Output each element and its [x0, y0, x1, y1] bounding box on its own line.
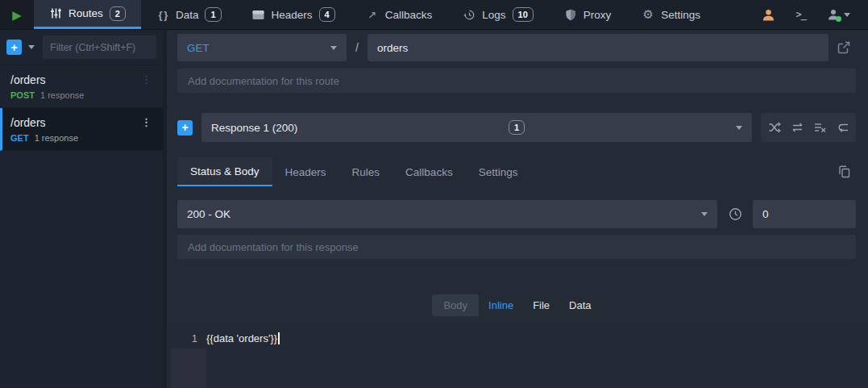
chevron-down-icon — [701, 212, 708, 216]
braces-icon: { } — [156, 8, 169, 21]
route-menu-icon[interactable]: ⋮ — [138, 116, 155, 128]
response-tabs: Status & Body Headers Rules Callbacks Se… — [177, 157, 856, 186]
top-nav: Routes 2 { } Data 1 Headers 4 ↗ Callback… — [34, 0, 716, 29]
avatar-icon — [762, 8, 775, 22]
clock-icon — [729, 207, 742, 221]
editor-code: {{data 'orders'}} — [206, 332, 277, 344]
status-code-select[interactable]: 200 - OK — [177, 200, 717, 228]
plus-icon: + — [181, 122, 188, 133]
add-route-menu-caret[interactable] — [28, 45, 35, 49]
tab-proxy[interactable]: Proxy — [549, 0, 627, 29]
add-response-button[interactable]: + — [177, 120, 193, 136]
copy-response-button[interactable] — [832, 157, 856, 186]
tab-data-label: Data — [176, 9, 199, 21]
route-documentation-input[interactable] — [177, 69, 856, 93]
tab-callbacks[interactable]: ↗ Callbacks — [351, 0, 448, 29]
tab-response-callbacks-label: Callbacks — [405, 166, 453, 178]
sidebar-header: + — [0, 30, 163, 65]
path-separator: / — [355, 41, 359, 54]
response-select-value: Response 1 (200) — [211, 122, 297, 134]
route-meta: 1 response — [35, 133, 78, 143]
tab-response-headers-label: Headers — [285, 166, 326, 178]
sequential-response-button[interactable] — [786, 115, 808, 140]
tab-response-settings[interactable]: Settings — [466, 157, 531, 186]
random-response-button[interactable] — [763, 115, 786, 140]
play-icon: ▶ — [12, 9, 22, 21]
route-path: /orders — [10, 116, 138, 129]
tab-settings-label: Settings — [661, 9, 700, 21]
status-code-value: 200 - OK — [187, 208, 230, 220]
plus-icon: + — [10, 42, 17, 53]
routes-filter-input[interactable] — [43, 35, 156, 59]
response-mode-toolbar — [761, 113, 856, 142]
body-mode-file[interactable]: File — [523, 294, 559, 316]
chevron-down-icon — [330, 46, 337, 50]
response-count-badge: 1 — [509, 120, 525, 135]
route-meta: 1 response — [40, 90, 84, 100]
body-mode-label: Body — [432, 294, 479, 316]
chevron-down-icon — [736, 126, 742, 130]
tab-response-callbacks[interactable]: Callbacks — [392, 157, 466, 186]
method-select[interactable]: GET — [177, 34, 347, 61]
tab-data[interactable]: { } Data 1 — [141, 0, 237, 29]
route-path: /orders — [10, 73, 138, 86]
response-select[interactable]: Response 1 (200) 1 — [201, 113, 752, 142]
tab-status-body-label: Status & Body — [190, 165, 260, 177]
routes-sliders-icon — [49, 7, 62, 20]
body-mode-inline[interactable]: Inline — [479, 294, 523, 316]
tab-routes[interactable]: Routes 2 — [34, 0, 141, 29]
repeat-icon — [791, 122, 804, 133]
route-item-orders-post[interactable]: /orders ⋮ POST 1 response — [0, 65, 163, 108]
tab-proxy-label: Proxy — [584, 9, 612, 21]
account-menu-button[interactable] — [827, 8, 850, 21]
list-x-icon — [814, 122, 826, 133]
line-number: 1 — [167, 332, 206, 344]
method-select-value: GET — [187, 42, 210, 54]
online-status-dot — [836, 16, 841, 22]
top-bar: ▶ Routes 2 { } Data 1 Headers 4 — [0, 0, 868, 30]
route-menu-icon[interactable]: ⋮ — [138, 73, 155, 86]
route-editor-panel: GET / + Response — [167, 30, 868, 388]
tab-callbacks-label: Callbacks — [385, 9, 433, 21]
routes-count-badge: 2 — [110, 6, 126, 21]
gear-icon: ⚙ — [642, 8, 654, 21]
tab-headers-label: Headers — [272, 9, 313, 21]
routes-sidebar: + /orders ⋮ POST 1 response /orders ⋮ — [0, 30, 163, 388]
command-palette-button[interactable]: >_ — [796, 9, 806, 20]
add-route-button[interactable]: + — [6, 40, 22, 55]
disable-rules-button[interactable] — [808, 115, 831, 140]
fallback-mode-button[interactable] — [831, 115, 853, 140]
data-count-badge: 1 — [205, 7, 221, 22]
body-mode-toggle: Body Inline File Data — [432, 294, 600, 316]
top-bar-right: >_ — [762, 0, 868, 29]
editor-line-1[interactable]: 1 {{data 'orders'}} — [167, 328, 868, 348]
tab-status-body[interactable]: Status & Body — [177, 157, 272, 186]
tab-logs[interactable]: Logs 10 — [447, 0, 549, 29]
response-documentation-input[interactable] — [177, 235, 856, 259]
tab-rules[interactable]: Rules — [339, 157, 393, 186]
route-method-badge: POST — [10, 90, 35, 100]
tab-rules-label: Rules — [352, 166, 380, 178]
fallback-icon — [837, 122, 849, 133]
headers-card-icon — [252, 8, 265, 21]
open-in-browser-button[interactable] — [832, 35, 856, 60]
latency-clock-button[interactable] — [725, 204, 745, 225]
body-mode-data[interactable]: Data — [559, 294, 600, 316]
start-server-button[interactable]: ▶ — [0, 0, 34, 29]
route-method-badge: GET — [10, 133, 29, 143]
tab-response-headers[interactable]: Headers — [272, 157, 339, 186]
tab-headers[interactable]: Headers 4 — [237, 0, 351, 29]
route-path-input[interactable] — [368, 34, 829, 61]
copy-icon — [838, 165, 850, 178]
body-code-editor[interactable]: 1 {{data 'orders'}} — [167, 328, 868, 388]
tab-response-settings-label: Settings — [479, 166, 518, 178]
tab-settings[interactable]: ⚙ Settings — [626, 0, 716, 29]
chevron-down-icon — [844, 13, 850, 17]
latency-input[interactable] — [753, 200, 856, 228]
text-cursor — [278, 332, 280, 344]
shield-icon — [564, 8, 577, 21]
tab-logs-label: Logs — [482, 9, 505, 21]
shuffle-icon — [769, 122, 781, 133]
route-item-orders-get[interactable]: /orders ⋮ GET 1 response — [0, 108, 163, 151]
profile-avatar-button[interactable] — [762, 8, 775, 22]
